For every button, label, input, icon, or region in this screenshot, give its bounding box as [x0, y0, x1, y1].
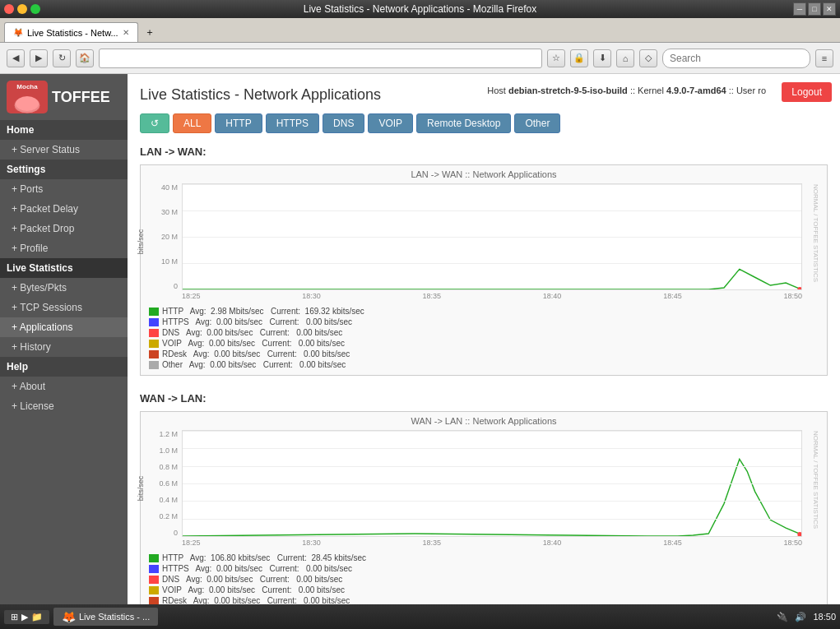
main-layout: Mocha TOFFEE Home + Server Status Settin… [0, 74, 840, 604]
legend-row: VOIP Avg: 0.00 bits/sec Current: 0.00 bi… [149, 339, 823, 348]
win-restore-btn[interactable]: □ [808, 2, 821, 16]
close-icon[interactable] [4, 4, 14, 14]
lan-wan-y-tick-4: 10 M [145, 257, 178, 266]
sidebar-item-about[interactable]: + About [0, 377, 128, 396]
minimize-icon[interactable] [17, 4, 27, 14]
win-close-btn[interactable]: ✕ [823, 2, 836, 16]
new-tab-button[interactable]: ＋ [138, 22, 161, 42]
filter-https-button[interactable]: HTTPS [266, 113, 319, 133]
new-tab-icon: ＋ [145, 25, 155, 39]
taskbar: ⊞ ▶ 📁 🦊 Live Statistics - ... 🔌 🔊 18:50 [0, 604, 840, 629]
wan-lan-section: WAN -> LAN: WAN -> LAN :: Network Applic… [140, 392, 828, 604]
url-input[interactable]: localhost/toffee_mocha/stats_live_applic… [99, 49, 542, 68]
security-button[interactable]: 🔒 [570, 49, 588, 67]
sidebar-item-history[interactable]: + History [0, 337, 128, 357]
sidebar-item-profile[interactable]: + Profile [0, 238, 128, 258]
host-value: debian-stretch-9-5-iso-build [508, 86, 628, 95]
pocket-button[interactable]: ◇ [639, 49, 657, 67]
user-value: ro [758, 86, 766, 95]
taskbar-start[interactable]: ⊞ ▶ 📁 [4, 610, 49, 624]
sidebar-item-applications[interactable]: + Applications [0, 317, 128, 337]
logo-icon: Mocha [7, 81, 48, 113]
wan-lan-y-tick-7: 0 [145, 529, 178, 537]
wan-lan-y-tick-6: 0.2 M [145, 512, 178, 520]
wan-lan-chart-area: NORMAL / TOFFEE STATISTICS [182, 430, 802, 537]
filter-remote-button[interactable]: Remote Desktop [416, 113, 511, 133]
home-nav-button[interactable]: ⌂ [616, 49, 634, 67]
window-controls[interactable] [4, 4, 40, 14]
sidebar: Mocha TOFFEE Home + Server Status Settin… [0, 74, 128, 604]
http-color [149, 308, 159, 316]
legend-row: DNS Avg: 0.00 bits/sec Current: 0.00 bit… [149, 575, 823, 584]
legend-row: Other Avg: 0.00 bits/sec Current: 0.00 b… [149, 360, 823, 369]
sidebar-item-bytes-pkts[interactable]: + Bytes/Pkts [0, 278, 128, 298]
wan-lan-legend: HTTP Avg: 106.80 kbits/sec Current: 28.4… [145, 553, 823, 604]
back-button[interactable]: ◀ [7, 49, 25, 67]
taskbar-item-label: Live Statistics - ... [79, 612, 150, 622]
wan-lan-y-tick-4: 0.6 M [145, 479, 178, 488]
user-label: User [736, 86, 755, 95]
sidebar-item-packet-drop[interactable]: + Packet Drop [0, 219, 128, 238]
tab-close-button[interactable]: ✕ [123, 28, 129, 37]
home-button[interactable]: 🏠 [76, 49, 94, 67]
legend-row: HTTP Avg: 2.98 Mbits/sec Current: 169.32… [149, 307, 823, 316]
legend-row: HTTP Avg: 106.80 kbits/sec Current: 28.4… [149, 553, 823, 562]
legend-row: DNS Avg: 0.00 bits/sec Current: 0.00 bit… [149, 328, 823, 337]
browser-tab[interactable]: 🦊 Live Statistics - Netw... ✕ [4, 22, 138, 42]
https-color-wan [149, 565, 159, 573]
tab-favicon: 🦊 [13, 28, 23, 37]
rdesk-color [149, 350, 159, 358]
sidebar-settings[interactable]: Settings [0, 160, 128, 179]
sidebar-item-license[interactable]: + License [0, 396, 128, 416]
search-input[interactable] [662, 49, 810, 68]
content-area: Host debian-stretch-9-5-iso-build :: Ker… [128, 74, 840, 604]
filter-http-button[interactable]: HTTP [215, 113, 262, 133]
filter-other-button[interactable]: Other [514, 113, 560, 133]
taskbar-network-icon: 🔌 [777, 612, 788, 622]
lan-wan-y-tick-1: 40 M [145, 183, 178, 192]
host-label: Host [487, 86, 506, 95]
maximize-icon[interactable] [30, 4, 40, 14]
filter-all-button[interactable]: ALL [173, 113, 211, 133]
sidebar-home[interactable]: Home [0, 120, 128, 140]
taskbar-time: 18:50 [813, 612, 836, 622]
wan-lan-y-tick-5: 0.4 M [145, 496, 178, 504]
wan-lan-chart-title: WAN -> LAN :: Network Applications [145, 416, 823, 426]
bookmark-button[interactable]: ☆ [547, 49, 565, 67]
sidebar-item-ports[interactable]: + Ports [0, 179, 128, 199]
https-color [149, 318, 159, 326]
http-color-wan [149, 554, 159, 562]
win-min-btn[interactable]: ─ [793, 2, 806, 16]
legend-row: RDesk Avg: 0.00 bits/sec Current: 0.00 b… [149, 349, 823, 358]
sidebar-item-tcp-sessions[interactable]: + TCP Sessions [0, 298, 128, 317]
sidebar-item-packet-delay[interactable]: + Packet Delay [0, 199, 128, 219]
sidebar-live-statistics[interactable]: Live Statistics [0, 258, 128, 278]
logout-button[interactable]: Logout [782, 82, 832, 102]
filter-voip-button[interactable]: VOIP [368, 113, 413, 133]
sidebar-help[interactable]: Help [0, 357, 128, 377]
kernel-value: 4.9.0-7-amd64 [666, 86, 726, 95]
menu-button[interactable]: ≡ [815, 49, 833, 67]
lan-wan-x-ticks: 18:25 18:30 18:35 18:40 18:45 18:50 [182, 292, 802, 300]
taskbar-firefox-item[interactable]: 🦊 Live Statistics - ... [53, 608, 158, 626]
lan-wan-label: LAN -> WAN: [140, 146, 828, 158]
reload-button[interactable]: ↻ [53, 49, 71, 67]
legend-row: HTTPS Avg: 0.00 bits/sec Current: 0.00 b… [149, 564, 823, 573]
lan-wan-y-tick-3: 20 M [145, 233, 178, 241]
wan-lan-x-ticks: 18:25 18:30 18:35 18:40 18:45 18:50 [182, 539, 802, 547]
refresh-button[interactable]: ↺ [140, 113, 169, 133]
wan-lan-chart-container: WAN -> LAN :: Network Applications 1.2 M… [140, 411, 828, 604]
filter-dns-button[interactable]: DNS [323, 113, 364, 133]
taskbar-start-icon: ⊞ [11, 612, 18, 622]
forward-button[interactable]: ▶ [30, 49, 48, 67]
win-right-controls[interactable]: ─ □ ✕ [793, 2, 836, 16]
voip-color [149, 340, 159, 348]
lan-wan-y-label: bits/sec [137, 229, 145, 255]
sidebar-item-server-status[interactable]: + Server Status [0, 140, 128, 160]
lan-wan-right-label: NORMAL / TOFFEE STATISTICS [812, 184, 819, 289]
firefox-icon: 🦊 [62, 610, 76, 623]
legend-row: VOIP Avg: 0.00 bits/sec Current: 0.00 bi… [149, 585, 823, 594]
title-bar: Live Statistics - Network Applications -… [0, 0, 840, 18]
download-button[interactable]: ⬇ [593, 49, 611, 67]
mocha-label: Mocha [16, 83, 37, 90]
